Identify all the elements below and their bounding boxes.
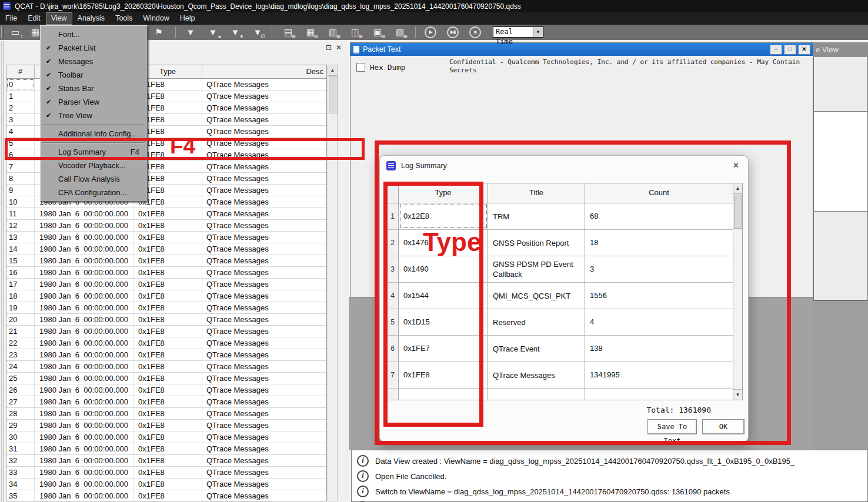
packet-row-34[interactable]: 341980 Jan 6 00:00:00.0000x1FE8QTrace Me… xyxy=(6,478,326,490)
realtime-mode-select[interactable]: Real Time ▼ xyxy=(493,26,543,38)
dropdown-arrow-icon[interactable]: ▼ xyxy=(533,27,543,37)
view-menu-item-status-bar[interactable]: ✔Status Bar xyxy=(41,82,147,95)
add-image-view-icon[interactable]: ▥⊕ xyxy=(325,26,341,39)
filter-out-icon[interactable]: ▼▾ xyxy=(227,26,243,39)
packet-row-20[interactable]: 201980 Jan 6 00:00:00.0000x1FE8QTrace Me… xyxy=(6,314,326,326)
packet-row-17[interactable]: 171980 Jan 6 00:00:00.0000x1FE8QTrace Me… xyxy=(6,279,326,290)
column-header-count[interactable]: Count xyxy=(585,183,733,203)
packet-row-31[interactable]: 311980 Jan 6 00:00:00.0000x1FE8QTrace Me… xyxy=(6,443,326,455)
log-summary-title-bar[interactable]: Log Summary ✕ xyxy=(380,156,748,175)
menu-tools[interactable]: Tools xyxy=(110,12,138,25)
menu-help[interactable]: Help xyxy=(175,12,201,25)
column-header-type[interactable]: Type xyxy=(399,183,488,203)
packet-row-16[interactable]: 161980 Jan 6 00:00:00.0000x1FE8QTrace Me… xyxy=(6,267,326,279)
log-summary-scrollbar[interactable]: ▲ ▼ xyxy=(733,183,742,400)
cell-index: 5 xyxy=(6,138,35,149)
packet-row-18[interactable]: 181980 Jan 6 00:00:00.0000x1FE8QTrace Me… xyxy=(6,290,326,302)
packet-row-33[interactable]: 331980 Jan 6 00:00:00.0000x1FE8QTrace Me… xyxy=(6,467,326,478)
close-icon[interactable]: ✕ xyxy=(798,45,810,55)
packet-row-27[interactable]: 271980 Jan 6 00:00:00.0000x1FE8QTrace Me… xyxy=(6,396,326,408)
filter-in-icon[interactable]: ▼◂ xyxy=(205,26,221,39)
view-menu-item-toolbar[interactable]: ✔Toolbar xyxy=(41,68,147,82)
scroll-up-icon[interactable]: ▲ xyxy=(733,183,742,194)
close-icon[interactable]: ✕ xyxy=(733,161,739,170)
log-summary-row-7[interactable]: 70x1FE8QTrace Messages1341995 xyxy=(387,362,733,389)
packet-list-scrollbar[interactable]: ▲ xyxy=(328,65,338,501)
open-log-icon[interactable]: ▭↑ xyxy=(7,26,24,39)
cell-index: 1 xyxy=(6,91,35,102)
step-icon[interactable]: ▶▮ xyxy=(447,26,459,38)
stop-icon[interactable]: ■ xyxy=(469,26,481,38)
minimize-icon[interactable]: – xyxy=(770,45,782,55)
add-text-view-icon[interactable]: ▤⊕ xyxy=(280,26,296,39)
log-summary-row-4[interactable]: 40x1544QMI_MCS_QCSI_PKT1556 xyxy=(387,283,733,309)
bookmark-icon[interactable]: ⚑ xyxy=(151,26,167,39)
log-summary-row-3[interactable]: 30x1490GNSS PDSM PD Event Callback3 xyxy=(387,256,733,283)
view-menu-item-call-flow-analysis[interactable]: Call Flow Analysis xyxy=(41,172,147,186)
filter-icon[interactable]: ▼ xyxy=(182,26,199,39)
log-summary-row-6[interactable]: 60x1FE7QTrace Event138 xyxy=(387,336,733,362)
packet-row-24[interactable]: 241980 Jan 6 00:00:00.0000x1FE8QTrace Me… xyxy=(6,361,326,373)
cell-type: 0x1FE8 xyxy=(133,208,202,219)
packet-row-13[interactable]: 131980 Jan 6 00:00:00.0000x1FE8QTrace Me… xyxy=(6,232,326,243)
add-chart-view-icon[interactable]: ▨⊕ xyxy=(392,26,408,39)
view-menu-item-parser-view[interactable]: ✔Parser View xyxy=(41,95,147,109)
packet-row-14[interactable]: 141980 Jan 6 00:00:00.0000x1FE8QTrace Me… xyxy=(6,243,326,255)
scrollbar-thumb[interactable] xyxy=(734,195,742,229)
play-icon[interactable]: ▶ xyxy=(425,26,436,38)
save-to-text-button[interactable]: Save To Text xyxy=(647,419,697,434)
maximize-icon[interactable]: □ xyxy=(784,45,796,55)
hex-dump-checkbox[interactable]: Hex Dump xyxy=(356,63,405,72)
packet-row-12[interactable]: 121980 Jan 6 00:00:00.0000x1FE8QTrace Me… xyxy=(6,220,326,232)
column-header-row-number[interactable] xyxy=(387,183,399,203)
log-summary-table-header[interactable]: Type Title Count xyxy=(387,183,733,203)
packet-row-15[interactable]: 151980 Jan 6 00:00:00.0000x1FE8QTrace Me… xyxy=(6,255,326,267)
packet-row-21[interactable]: 211980 Jan 6 00:00:00.0000x1FE8QTrace Me… xyxy=(6,326,326,337)
packet-row-28[interactable]: 281980 Jan 6 00:00:00.0000x1FE8QTrace Me… xyxy=(6,408,326,420)
scrollbar-thumb[interactable] xyxy=(329,76,338,113)
packet-row-23[interactable]: 231980 Jan 6 00:00:00.0000x1FE8QTrace Me… xyxy=(6,349,326,361)
add-table-view-icon[interactable]: ▦⊕ xyxy=(302,26,319,39)
view-menu-item-messages[interactable]: ✔Messages xyxy=(41,55,147,68)
float-panel-icon[interactable]: ⊡ xyxy=(326,43,332,52)
column-header-title[interactable]: Title xyxy=(488,183,585,203)
view-menu-item-log-summary[interactable]: Log SummaryF4 xyxy=(41,145,147,159)
menu-file[interactable]: File xyxy=(0,12,22,25)
packet-row-26[interactable]: 261980 Jan 6 00:00:00.0000x1FE8QTrace Me… xyxy=(6,384,326,396)
column-header-index[interactable]: # xyxy=(6,65,35,78)
view-menu-item-additional-info-config[interactable]: Additional Info Config... xyxy=(41,127,147,140)
log-summary-row-1[interactable]: 10x12E8TRM68 xyxy=(387,203,733,230)
packet-row-19[interactable]: 191980 Jan 6 00:00:00.0000x1FE8QTrace Me… xyxy=(6,302,326,314)
close-panel-icon[interactable]: ✕ xyxy=(336,43,342,52)
log-summary-row-5[interactable]: 50x1D15Reserved4 xyxy=(387,309,733,336)
log-summary-row-2[interactable]: 20x1476GNSS Position Report18 xyxy=(387,230,733,256)
packet-row-32[interactable]: 321980 Jan 6 00:00:00.0000x1FE8QTrace Me… xyxy=(6,455,326,467)
cell-desc: QTrace Messages xyxy=(202,173,326,184)
column-header-desc[interactable]: Desc xyxy=(202,65,326,78)
add-grid-view-icon[interactable]: ◫⊕ xyxy=(347,26,363,39)
menu-window[interactable]: Window xyxy=(138,12,174,25)
view-menu-item-cfa-configuration[interactable]: CFA Configuration... xyxy=(41,186,147,199)
scroll-down-icon[interactable]: ▼ xyxy=(733,389,742,400)
add-tile-view-icon[interactable]: ▣⊕ xyxy=(369,26,386,39)
cell-desc: QTrace Messages xyxy=(202,384,326,396)
packet-row-25[interactable]: 251980 Jan 6 00:00:00.0000x1FE8QTrace Me… xyxy=(6,373,326,384)
view-menu-item-tree-view[interactable]: ✔Tree View xyxy=(41,109,147,122)
packet-text-title-bar[interactable]: Packet Text – □ ✕ xyxy=(350,43,813,56)
view-menu-item-font[interactable]: Font... xyxy=(41,28,147,41)
view-menu-item-packet-list[interactable]: ✔Packet List xyxy=(41,41,147,55)
view-menu-item-vocoder-playback[interactable]: Vocoder Playback... xyxy=(41,159,147,172)
cell-desc: QTrace Messages xyxy=(202,208,326,219)
packet-row-11[interactable]: 111980 Jan 6 00:00:00.0000x1FE8QTrace Me… xyxy=(6,208,326,220)
menu-view[interactable]: View xyxy=(46,12,72,25)
menu-edit[interactable]: Edit xyxy=(22,12,46,25)
filter-clear-icon[interactable]: ▼∅ xyxy=(249,26,266,39)
checkbox-icon[interactable] xyxy=(356,63,365,72)
ok-button[interactable]: OK xyxy=(702,419,745,434)
packet-row-22[interactable]: 221980 Jan 6 00:00:00.0000x1FE8QTrace Me… xyxy=(6,337,326,349)
packet-row-35[interactable]: 351980 Jan 6 00:00:00.0000x1FE8QTrace Me… xyxy=(6,490,326,501)
menu-analysis[interactable]: Analysis xyxy=(72,12,111,25)
scroll-up-icon[interactable]: ▲ xyxy=(328,65,337,76)
packet-row-30[interactable]: 301980 Jan 6 00:00:00.0000x1FE8QTrace Me… xyxy=(6,431,326,443)
packet-row-29[interactable]: 291980 Jan 6 00:00:00.0000x1FE8QTrace Me… xyxy=(6,420,326,431)
